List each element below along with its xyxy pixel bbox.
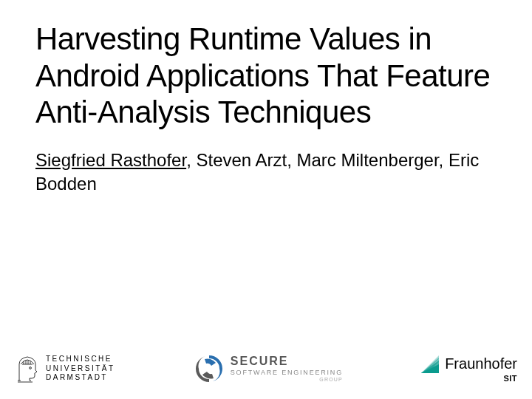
tud-line2: UNIVERSITÄT [46,364,115,374]
athena-icon [15,354,40,383]
swirl-icon [194,353,225,384]
sse-line1: SECURE [231,355,343,367]
slide: Harvesting Runtime Values in Android App… [0,0,532,399]
svg-point-0 [30,367,32,369]
tu-darmstadt-text: TECHNISCHE UNIVERSITÄT DARMSTADT [46,355,115,383]
fraunhofer-row: Fraunhofer [421,355,517,373]
presenting-author: Siegfried Rasthofer [35,150,186,170]
sse-text: SECURE SOFTWARE ENGINEERING GROUP [231,355,343,383]
sse-line2: SOFTWARE ENGINEERING [231,369,343,377]
fraunhofer-unit: SIT [503,374,517,383]
fraunhofer-mark-icon [421,355,439,373]
logo-row: TECHNISCHE UNIVERSITÄT DARMSTADT SECURE … [0,353,532,384]
author-list: Siegfried Rasthofer, Steven Arzt, Marc M… [35,149,497,197]
sse-logo: SECURE SOFTWARE ENGINEERING GROUP [194,353,343,384]
tu-darmstadt-logo: TECHNISCHE UNIVERSITÄT DARMSTADT [15,354,115,383]
tud-line3: DARMSTADT [46,373,115,383]
sse-group: GROUP [231,377,343,382]
slide-title: Harvesting Runtime Values in Android App… [35,21,497,131]
fraunhofer-name: Fraunhofer [445,355,517,372]
tud-line1: TECHNISCHE [46,355,115,364]
fraunhofer-logo: Fraunhofer SIT [421,355,517,383]
